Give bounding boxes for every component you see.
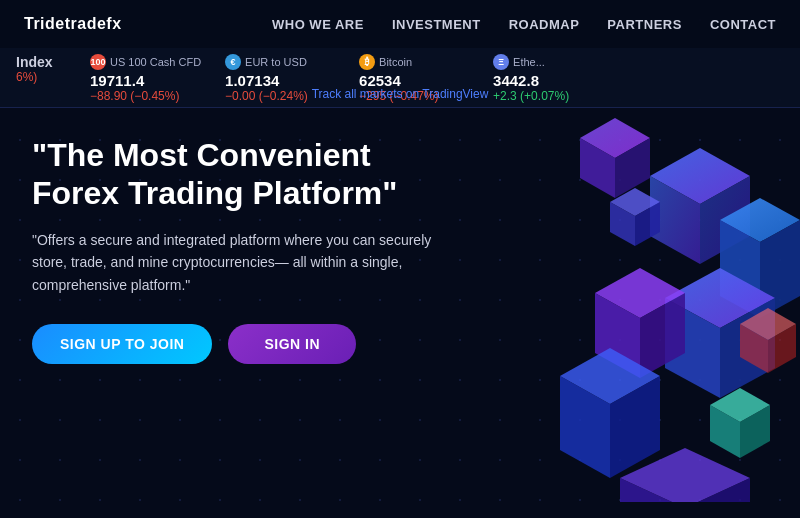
hero-subtitle: "Offers a secure and integrated platform… — [32, 229, 432, 296]
ticker-index-label: Index — [16, 54, 53, 70]
blocks-decoration — [420, 108, 800, 502]
ticker-eth-value: 3442.8 — [493, 72, 603, 89]
ticker-us100-icon: 100 — [90, 54, 106, 70]
signin-button[interactable]: SIGN IN — [228, 324, 356, 364]
ticker-bar: Index 6%) 100 US 100 Cash CFD 19711.4 −8… — [0, 48, 800, 108]
ticker-index-change: 6%) — [16, 70, 37, 84]
hero-title: "The Most Convenient Forex Trading Platf… — [32, 136, 452, 213]
nav-partners[interactable]: PARTNERS — [607, 17, 682, 32]
signup-button[interactable]: SIGN UP TO JOIN — [32, 324, 212, 364]
nav-links: WHO WE ARE INVESTMENT ROADMAP PARTNERS C… — [272, 17, 776, 32]
navbar: Tridetradefx WHO WE ARE INVESTMENT ROADM… — [0, 0, 800, 48]
ticker-btc-label: ₿ Bitcoin — [359, 54, 469, 70]
ticker-eth-label: Ξ Ethe... — [493, 54, 603, 70]
ticker-eurusd-label: € EUR to USD — [225, 54, 335, 70]
nav-roadmap[interactable]: ROADMAP — [509, 17, 580, 32]
ticker-eur-icon: € — [225, 54, 241, 70]
nav-contact[interactable]: CONTACT — [710, 17, 776, 32]
ticker-btc-icon: ₿ — [359, 54, 375, 70]
hero-section: "The Most Convenient Forex Trading Platf… — [0, 108, 800, 502]
ticker-us100-change: −88.90 (−0.45%) — [90, 89, 201, 103]
ticker-item-ethereum: Ξ Ethe... 3442.8 +2.3 (+0.07%) — [493, 54, 603, 103]
nav-investment[interactable]: INVESTMENT — [392, 17, 481, 32]
ticker-us100-value: 19711.4 — [90, 72, 201, 89]
ticker-eth-icon: Ξ — [493, 54, 509, 70]
ticker-us100-label: 100 US 100 Cash CFD — [90, 54, 201, 70]
logo: Tridetradefx — [24, 15, 122, 33]
ticker-eth-change: +2.3 (+0.07%) — [493, 89, 603, 103]
tradingview-link[interactable]: Track all markets on TradingView — [312, 87, 489, 101]
nav-who-we-are[interactable]: WHO WE ARE — [272, 17, 364, 32]
ticker-item-us100: 100 US 100 Cash CFD 19711.4 −88.90 (−0.4… — [90, 54, 201, 103]
ticker-index: Index 6%) — [16, 54, 66, 84]
